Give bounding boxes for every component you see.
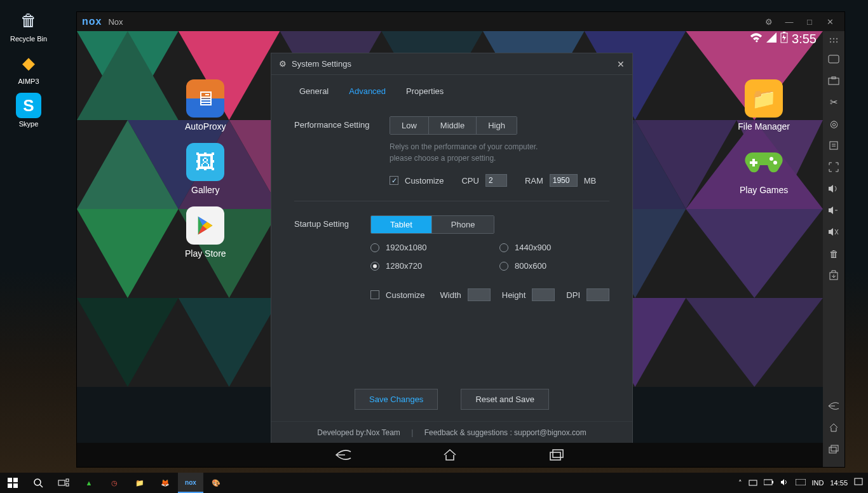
nox-titlebar[interactable]: nox Nox ⚙ — □ ✕: [77, 12, 844, 31]
ram-input[interactable]: [550, 174, 578, 187]
maximize-button[interactable]: □: [800, 14, 819, 29]
minimize-button[interactable]: —: [780, 14, 799, 29]
perf-low[interactable]: Low: [390, 117, 429, 134]
start-button[interactable]: [0, 473, 25, 493]
settings-gear-icon[interactable]: ⚙: [759, 14, 778, 29]
tool-note-icon[interactable]: [825, 137, 843, 154]
tray-network-icon[interactable]: [749, 478, 757, 487]
taskbar-app-explorer[interactable]: 📁: [127, 473, 153, 493]
file-manager-icon: 📁: [745, 79, 783, 118]
system-tray: ˄ IND 14:55: [738, 478, 868, 488]
desktop-icon-label: Skype: [19, 120, 39, 128]
app-play-games[interactable]: Play Games: [740, 143, 788, 195]
svg-rect-67: [831, 445, 838, 451]
width-input[interactable]: [468, 288, 491, 301]
app-grid-right: 📁 File Manager Play Games: [738, 79, 790, 195]
svg-rect-74: [58, 480, 65, 485]
dpi-label: DPI: [566, 290, 580, 300]
svg-rect-79: [772, 481, 773, 483]
startup-section: Startup Setting Tablet Phone 1920x1080 1…: [271, 201, 632, 301]
app-file-manager[interactable]: 📁 File Manager: [738, 79, 790, 132]
tray-language[interactable]: IND: [812, 479, 824, 487]
taskbar-app-1[interactable]: ▲: [76, 473, 102, 493]
tool-volume-down-icon[interactable]: [825, 201, 843, 219]
save-changes-button[interactable]: Save Changes: [355, 389, 438, 410]
tool-back-icon[interactable]: [825, 397, 843, 415]
tool-volume-up-icon[interactable]: [825, 180, 843, 198]
tool-location-icon[interactable]: ◎: [825, 115, 843, 133]
dialog-close-button[interactable]: ✕: [617, 59, 625, 69]
tray-keyboard-icon[interactable]: [796, 479, 806, 487]
tool-trash-icon[interactable]: 🗑: [825, 245, 843, 262]
res-1920x1080[interactable]: 1920x1080: [370, 243, 480, 252]
startup-customize-checkbox[interactable]: [370, 290, 379, 299]
perf-customize-row: Customize CPU RAM MB: [390, 174, 609, 187]
app-gallery[interactable]: 🖼 Gallery: [186, 143, 224, 195]
height-input[interactable]: [532, 288, 555, 301]
tool-apk-icon[interactable]: [825, 266, 843, 284]
svg-rect-66: [829, 447, 836, 453]
tray-notifications-icon[interactable]: [854, 478, 863, 488]
startup-segment: Tablet Phone: [370, 215, 494, 234]
search-button[interactable]: [25, 473, 51, 493]
tool-recents-icon[interactable]: [825, 440, 843, 458]
taskbar-app-paint[interactable]: 🎨: [203, 473, 229, 493]
tool-scissors-icon[interactable]: ✂: [825, 93, 843, 111]
perf-high[interactable]: High: [477, 117, 517, 134]
perf-customize-checkbox[interactable]: [390, 176, 398, 185]
nav-recents-button[interactable]: [548, 446, 566, 464]
tab-properties[interactable]: Properties: [397, 81, 452, 102]
tool-screenshot-icon[interactable]: [825, 72, 843, 90]
nox-window: nox Nox ⚙ — □ ✕: [76, 11, 845, 468]
desktop-icon-label: Recycle Bin: [10, 35, 47, 43]
desktop-icon-skype[interactable]: S Skype: [4, 89, 53, 132]
toolbar-drag-handle[interactable]: [825, 35, 843, 46]
svg-rect-37: [783, 32, 785, 33]
tool-mute-icon[interactable]: [825, 223, 843, 241]
tray-power-icon[interactable]: [764, 479, 774, 487]
settings-tabs: General Advanced Properties: [271, 75, 632, 102]
window-controls: ⚙ — □ ✕: [759, 14, 839, 29]
app-label: Play Games: [740, 185, 788, 195]
tray-volume-icon[interactable]: [780, 478, 789, 487]
reset-and-save-button[interactable]: Reset and Save: [461, 389, 549, 410]
startup-phone[interactable]: Phone: [432, 216, 494, 233]
tool-fullscreen-icon[interactable]: [825, 158, 843, 176]
close-button[interactable]: ✕: [820, 14, 839, 29]
android-navbar: [77, 443, 823, 467]
play-store-icon: [186, 206, 224, 245]
tool-keyboard-icon[interactable]: [825, 50, 843, 68]
taskbar-app-2[interactable]: ◷: [102, 473, 127, 493]
tray-clock[interactable]: 14:55: [830, 479, 848, 487]
startup-tablet[interactable]: Tablet: [371, 216, 432, 233]
dpi-input[interactable]: [587, 288, 609, 301]
desktop-icon-recycle-bin[interactable]: 🗑 Recycle Bin: [4, 4, 53, 46]
dialog-header[interactable]: ⚙ System Settings ✕: [271, 53, 632, 75]
startup-customize-row: Customize Width Height DPI: [370, 288, 609, 301]
perf-middle[interactable]: Middle: [429, 117, 477, 134]
cpu-input[interactable]: [485, 174, 507, 187]
tab-general[interactable]: General: [290, 81, 337, 102]
taskbar-app-nox[interactable]: nox: [178, 473, 203, 493]
app-autoproxy[interactable]: 🖥 AutoProxy: [185, 79, 226, 132]
task-view-button[interactable]: [51, 473, 76, 493]
svg-marker-23: [179, 298, 280, 387]
nav-back-button[interactable]: [334, 446, 352, 464]
tool-home-icon[interactable]: [825, 419, 843, 436]
nav-home-button[interactable]: [441, 446, 459, 464]
svg-point-49: [830, 38, 831, 39]
res-800x600[interactable]: 800x600: [499, 261, 609, 271]
res-1280x720[interactable]: 1280x720: [370, 261, 480, 271]
svg-point-44: [773, 161, 777, 165]
startup-customize-label: Customize: [386, 290, 424, 300]
svg-rect-81: [796, 479, 806, 485]
taskbar-app-firefox[interactable]: 🦊: [153, 473, 178, 493]
app-play-store[interactable]: Play Store: [185, 206, 226, 259]
tab-advanced[interactable]: Advanced: [340, 81, 395, 102]
app-label: File Manager: [738, 121, 790, 132]
desktop-icon-aimp3[interactable]: ◆ AIMP3: [4, 46, 53, 89]
windows-desktop: 🗑 Recycle Bin ◆ AIMP3 S Skype nox Nox ⚙ …: [0, 0, 868, 493]
tray-chevron-up-icon[interactable]: ˄: [738, 479, 742, 487]
footer-feedback[interactable]: Feedback & suggestions : support@bignox.…: [424, 428, 587, 437]
res-1440x900[interactable]: 1440x900: [499, 243, 609, 252]
